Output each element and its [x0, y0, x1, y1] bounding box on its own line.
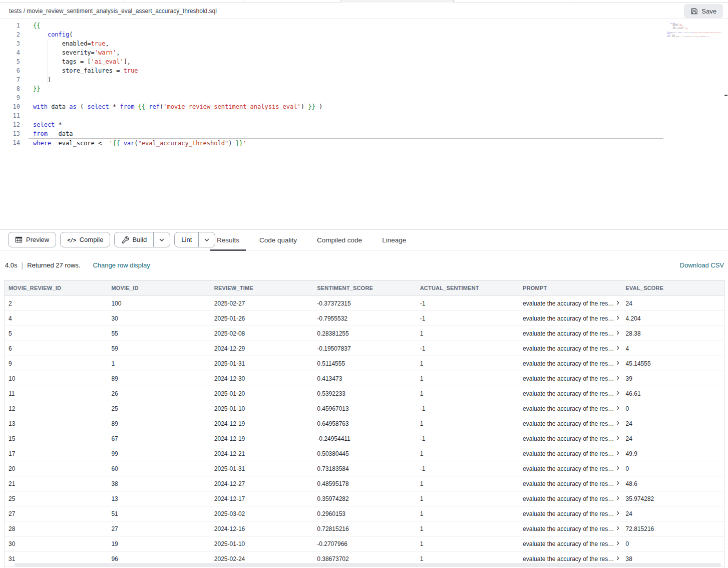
expand-cell-icon[interactable]	[616, 331, 620, 335]
expand-cell-icon[interactable]	[616, 361, 620, 365]
table-row: 6592024-12-29-0.19507837-1evaluate the a…	[5, 341, 724, 356]
cell-movie_review_id: 12	[5, 401, 107, 416]
cell-review_time: 2025-01-20	[210, 386, 313, 401]
expand-cell-icon[interactable]	[616, 406, 620, 410]
cell-sentiment_score: -0.24954411	[313, 431, 416, 446]
code-line[interactable]: 10with data as ( select * from {{ ref('m…	[0, 102, 728, 111]
expand-cell-icon[interactable]	[616, 376, 620, 380]
cell-eval_score: 24	[622, 296, 724, 311]
status-separator: |	[22, 261, 24, 269]
line-number: 8	[0, 84, 20, 93]
cell-movie_review_id: 13	[5, 416, 107, 431]
code-line[interactable]: 5 tags = ['ai_eval'],	[0, 57, 728, 66]
table-row: 11262025-01-200.53922331evaluate the acc…	[5, 386, 724, 401]
cell-eval_score: 39	[622, 371, 724, 386]
expand-cell-icon[interactable]	[616, 556, 620, 560]
code-line[interactable]: 6 store_failures = true	[0, 66, 728, 75]
cell-eval_score: 35.974282	[622, 491, 724, 506]
cell-eval_score: 24	[622, 506, 724, 521]
code-editor[interactable]: 1{{2 config(3 enabled=true,4 severity='w…	[0, 20, 728, 229]
tab-lineage[interactable]: Lineage	[376, 230, 413, 250]
lint-button[interactable]: Lint	[175, 232, 198, 247]
cell-sentiment_score: 0.48595178	[313, 476, 416, 491]
table-row: 12252025-01-100.45967013-1evaluate the a…	[5, 401, 724, 416]
tab-separator	[243, 0, 243, 3]
cell-review_time: 2024-12-17	[210, 491, 313, 506]
code-line[interactable]: 14where eval_score <= '{{ var("eval_accu…	[0, 138, 728, 147]
cell-sentiment_score: -0.37372315	[313, 296, 416, 311]
tab-code-quality[interactable]: Code quality	[253, 230, 303, 250]
file-header: tests / movie_review_sentiment_analysis_…	[0, 3, 728, 19]
cell-sentiment_score: -0.19507837	[313, 341, 416, 356]
code-line[interactable]: 9	[0, 93, 728, 102]
cell-review_time: 2025-02-08	[210, 326, 313, 341]
build-button[interactable]: Build	[115, 232, 153, 247]
tab-results[interactable]: Results	[210, 230, 246, 250]
editor-scrollbar-marker[interactable]	[724, 95, 727, 96]
table-row: 20602025-01-310.73183584-1evaluate the a…	[5, 461, 724, 476]
table-row: 15672024-12-19-0.24954411-1evaluate the …	[5, 431, 724, 446]
cell-movie_review_id: 28	[5, 521, 107, 536]
code-line[interactable]: 11	[0, 111, 728, 120]
save-button[interactable]: Save	[684, 4, 723, 18]
cell-movie_id: 89	[107, 371, 210, 386]
line-number: 11	[0, 111, 20, 120]
column-header-actual_sentiment: ACTUAL_SENTIMENT	[416, 280, 519, 296]
expand-cell-icon[interactable]	[616, 541, 620, 545]
line-number: 12	[0, 120, 20, 129]
expand-cell-icon[interactable]	[616, 436, 620, 440]
expand-cell-icon[interactable]	[616, 346, 620, 350]
code-line[interactable]: 13from data	[0, 129, 728, 138]
tab-compiled-code[interactable]: Compiled code	[310, 230, 369, 250]
build-label: Build	[132, 236, 147, 243]
cell-prompt: evaluate the accuracy of the res…	[519, 491, 621, 506]
expand-cell-icon[interactable]	[616, 511, 620, 515]
prompt-text: evaluate the accuracy of the res…	[523, 405, 614, 412]
expand-cell-icon[interactable]	[616, 496, 620, 500]
cell-sentiment_score: -0.2707966	[313, 536, 416, 551]
cell-review_time: 2025-03-02	[210, 506, 313, 521]
table-row: 30192025-01-10-0.27079661evaluate the ac…	[5, 536, 724, 551]
preview-button[interactable]: Preview	[8, 232, 56, 247]
expand-cell-icon[interactable]	[616, 391, 620, 395]
breadcrumb: tests / movie_review_sentiment_analysis_…	[9, 3, 217, 19]
code-line[interactable]: 3 enabled=true,	[0, 39, 728, 48]
results-table-container: MOVIE_REVIEW_IDMOVIE_IDREVIEW_TIMESENTIM…	[4, 280, 725, 568]
cell-movie_id: 100	[107, 296, 210, 311]
line-number: 7	[0, 75, 20, 84]
code-line[interactable]: 8}}	[0, 84, 728, 93]
line-number: 14	[0, 138, 20, 147]
download-csv-link[interactable]: Download CSV	[680, 261, 724, 269]
code-line[interactable]: 2 config(	[0, 30, 728, 39]
line-number: 5	[0, 57, 20, 66]
expand-cell-icon[interactable]	[616, 421, 620, 425]
cell-prompt: evaluate the accuracy of the res…	[519, 401, 621, 416]
expand-cell-icon[interactable]	[616, 526, 620, 530]
minimap[interactable]: {{ config( enabled=true, severity='warn'…	[667, 22, 722, 54]
expand-cell-icon[interactable]	[616, 316, 620, 320]
cell-sentiment_score: 0.45967013	[313, 401, 416, 416]
horizontal-scrollbar[interactable]	[14, 563, 721, 567]
code-line[interactable]: 7 )	[0, 75, 728, 84]
code-line[interactable]: 4 severity='warn',	[0, 48, 728, 57]
expand-cell-icon[interactable]	[616, 466, 620, 470]
cell-prompt: evaluate the accuracy of the res…	[519, 506, 621, 521]
save-label: Save	[701, 8, 716, 15]
compile-button[interactable]: </> Compile	[60, 232, 110, 247]
code-line[interactable]: 1{{	[0, 21, 728, 30]
cell-review_time: 2024-12-27	[210, 476, 313, 491]
line-number: 9	[0, 93, 20, 102]
cell-movie_id: 13	[107, 491, 210, 506]
build-dropdown-button[interactable]	[153, 232, 170, 247]
cell-sentiment_score: 0.35974282	[313, 491, 416, 506]
cell-review_time: 2024-12-19	[210, 431, 313, 446]
change-row-display-link[interactable]: Change row display	[93, 261, 150, 269]
cell-actual_sentiment: -1	[416, 461, 519, 476]
code-line[interactable]: 12select *	[0, 120, 728, 129]
cell-prompt: evaluate the accuracy of the res…	[519, 371, 621, 386]
expand-cell-icon[interactable]	[616, 451, 620, 455]
expand-cell-icon[interactable]	[616, 301, 620, 305]
expand-cell-icon[interactable]	[616, 481, 620, 485]
prompt-text: evaluate the accuracy of the res…	[523, 525, 614, 532]
cell-sentiment_score: 0.50380445	[313, 446, 416, 461]
